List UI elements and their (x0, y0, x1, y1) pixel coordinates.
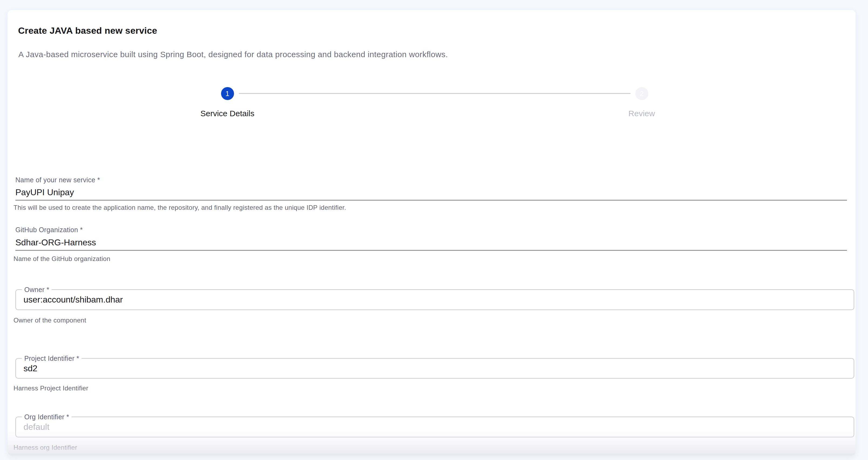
step-2-label: Review (435, 109, 849, 118)
step-service-details: 1 Service Details (20, 87, 435, 118)
org-identifier-helper: Harness org Identifier (13, 444, 77, 451)
step-1-indicator: 1 (221, 87, 234, 100)
page-title: Create JAVA based new service (18, 25, 157, 36)
create-service-card: Create JAVA based new service A Java-bas… (7, 10, 856, 456)
owner-input[interactable] (16, 290, 854, 309)
step-2-indicator: 2 (636, 87, 648, 100)
org-identifier-field-box: Org Identifier * (16, 417, 854, 437)
github-org-helper: Name of the GitHub organization (13, 255, 111, 263)
owner-field-box: Owner * (16, 289, 854, 310)
step-review: 2 Review (435, 87, 849, 118)
page-description: A Java-based microservice built using Sp… (18, 50, 448, 59)
service-name-helper: This will be used to create the applicat… (13, 204, 346, 211)
project-identifier-input[interactable] (16, 359, 854, 378)
wizard-stepper: 1 Service Details 2 Review (20, 87, 849, 125)
org-identifier-input[interactable] (16, 417, 854, 437)
owner-helper: Owner of the component (13, 317, 86, 324)
project-identifier-field-box: Project Identifier * (16, 358, 854, 379)
project-identifier-helper: Harness Project Identifier (13, 385, 88, 392)
github-org-label: GitHub Organization * (16, 226, 83, 234)
step-1-label: Service Details (20, 109, 435, 118)
github-org-input[interactable] (16, 235, 847, 251)
service-name-input[interactable] (16, 185, 847, 201)
service-name-label: Name of your new service * (16, 176, 100, 184)
